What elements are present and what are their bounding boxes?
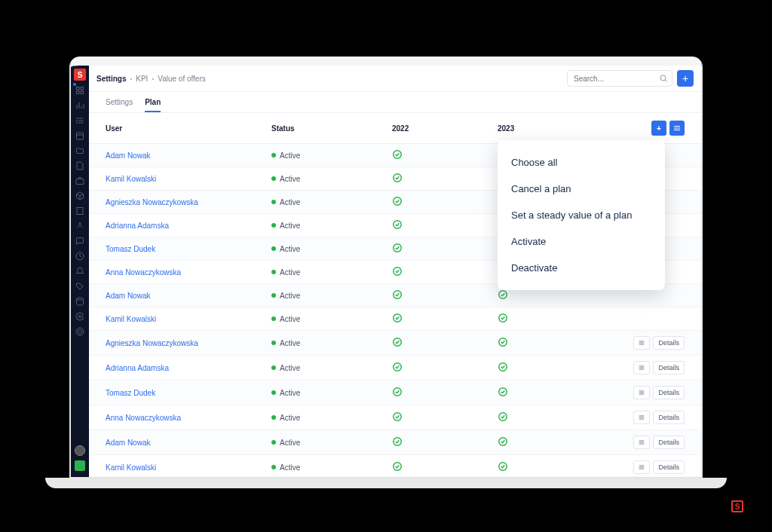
app-logo[interactable]: S [74,69,86,81]
status-dot-icon [271,341,276,345]
status-label: Active [280,364,300,372]
row-menu-button[interactable] [633,386,650,399]
breadcrumb-level-2[interactable]: KPI [136,75,148,83]
details-button[interactable]: Details [653,436,685,449]
breadcrumb-level-3[interactable]: Value of offers [158,75,206,83]
menu-steady-value[interactable]: Set a steady value of a plan [498,202,665,228]
status-cell: Active [271,339,392,347]
status-label: Active [280,292,300,300]
cell-2022 [392,173,498,185]
status-dot-icon [271,153,276,157]
tag-icon[interactable] [75,281,85,292]
search-box [567,70,672,87]
table-row: Tomasz DudekActiveDetails [89,381,701,405]
user-link[interactable]: Adrianna Adamska [106,364,271,372]
user-link[interactable]: Tomasz Dudek [106,389,271,397]
status-cell: Active [271,222,392,230]
calendar-icon[interactable] [75,130,85,141]
target-icon[interactable] [75,326,85,337]
svg-point-17 [77,298,84,300]
rocket-icon[interactable] [75,221,85,231]
user-link[interactable]: Adam Nowak [106,151,271,160]
row-menu-button[interactable] [633,436,650,449]
cell-2023 [498,436,603,448]
breadcrumb-sep: • [130,75,132,82]
svg-point-18 [79,316,81,318]
user-link[interactable]: Anna Nowaczykowska [106,268,271,277]
svg-point-20 [78,330,82,334]
menu-choose-all[interactable]: Choose all [498,149,665,176]
list-icon[interactable] [75,115,85,126]
row-menu-button[interactable] [633,460,650,474]
status-dot-icon [271,316,276,321]
tab-settings[interactable]: Settings [106,98,133,112]
breadcrumb: Settings • KPI • Value of offers [96,75,206,83]
add-button[interactable]: + [677,70,694,87]
user-link[interactable]: Anna Nowaczykowska [106,414,271,422]
details-button[interactable]: Details [653,336,685,350]
user-avatar[interactable] [75,445,85,456]
user-link[interactable]: Tomasz Dudek [106,245,271,253]
user-link[interactable]: Adam Nowak [106,439,271,447]
row-menu-button[interactable] [633,411,650,424]
user-link[interactable]: Adam Nowak [106,292,271,300]
cell-2022 [392,149,498,161]
svg-point-7 [77,118,78,119]
status-label: Active [280,463,300,472]
user-link[interactable]: Kamil Kowalski [106,175,271,183]
chart-icon[interactable] [75,100,85,111]
clock-icon[interactable] [75,251,85,261]
cell-2022 [392,436,498,448]
cell-2022 [392,461,498,473]
document-icon[interactable] [75,161,85,171]
details-button[interactable]: Details [653,460,685,474]
bulk-menu-button[interactable] [669,121,685,136]
cell-2023 [498,337,603,349]
building-icon[interactable] [75,206,85,216]
row-menu-button[interactable] [633,336,650,350]
briefcase-icon[interactable] [75,176,85,186]
user-link[interactable]: Kamil Kowalski [106,463,271,472]
breadcrumb-root[interactable]: Settings [96,75,126,83]
status-dot-icon [271,440,276,445]
notification-dot [72,82,77,87]
table-row: Agnieszka NowaczykowskaActiveDetails [89,331,701,356]
cell-2022 [392,362,498,374]
user-link[interactable]: Adrianna Adamska [106,222,271,230]
user-link[interactable]: Kamil Kowalski [106,315,271,323]
status-dot-icon [271,465,276,469]
svg-rect-0 [77,87,80,90]
details-button[interactable]: Details [653,361,685,375]
menu-cancel-plan[interactable]: Cancel a plan [498,176,665,202]
bell-icon[interactable] [75,266,85,277]
row-menu-button[interactable] [633,361,650,375]
status-label: Active [280,222,300,230]
status-label: Active [280,389,300,397]
table-row: Adrianna AdamskaActiveDetails [89,356,701,381]
status-dot-icon [271,365,276,370]
cell-2022 [392,313,498,325]
database-icon[interactable] [75,296,85,307]
gear-icon[interactable] [75,311,85,322]
cell-2023 [498,313,603,325]
folder-icon[interactable] [75,145,85,156]
cell-2023 [498,387,603,399]
status-cell: Active [271,151,392,160]
dashboard-icon[interactable] [75,85,85,96]
status-cell: Active [271,292,392,300]
details-button[interactable]: Details [653,386,685,399]
cube-icon[interactable] [75,191,85,201]
user-link[interactable]: Agnieszka Nowaczykowska [106,198,271,206]
chat-icon[interactable] [75,236,85,246]
help-icon[interactable] [75,460,85,471]
add-row-button[interactable]: + [651,121,666,136]
topbar: Settings • KPI • Value of offers + [89,66,701,92]
user-link[interactable]: Agnieszka Nowaczykowska [106,339,271,347]
menu-activate[interactable]: Activate [498,228,665,255]
tab-plan[interactable]: Plan [145,98,161,112]
menu-deactivate[interactable]: Deactivate [498,255,665,281]
search-input[interactable] [567,70,672,87]
svg-line-22 [665,80,666,81]
details-button[interactable]: Details [653,411,685,424]
status-cell: Active [271,414,392,422]
